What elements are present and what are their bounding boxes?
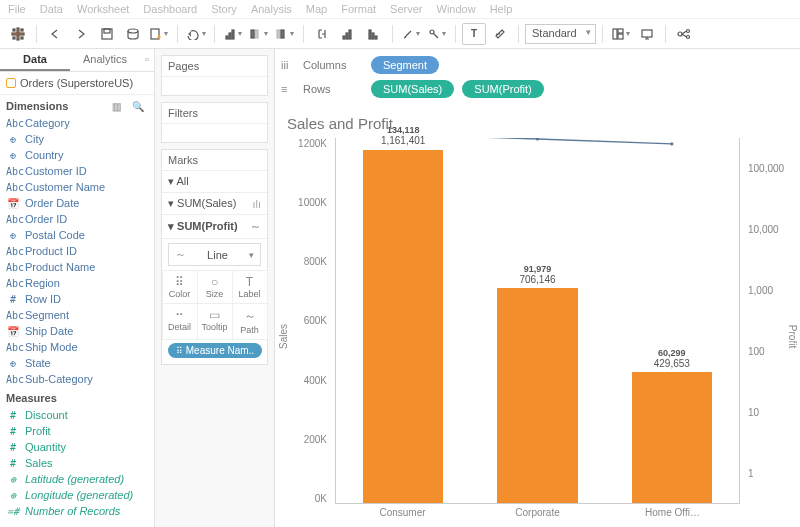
tab-data[interactable]: Data — [0, 49, 70, 71]
field-longitude-generated-[interactable]: ⊕Longitude (generated) — [0, 487, 154, 503]
menu-window[interactable]: Window — [437, 3, 476, 15]
mark-tooltip[interactable]: ▭Tooltip — [197, 303, 233, 340]
field-row-id[interactable]: #Row ID — [0, 291, 154, 307]
field-sales[interactable]: #Sales — [0, 455, 154, 471]
mark-row-sum-profit-[interactable]: ▾ SUM(Profit)～ — [162, 215, 267, 239]
svg-rect-14 — [255, 30, 258, 38]
tab-analytics[interactable]: Analytics — [70, 49, 140, 71]
pin-icon[interactable] — [425, 23, 449, 45]
mark-label[interactable]: TLabel — [232, 270, 268, 304]
columns-shelf[interactable]: iii Columns Segment — [281, 53, 794, 77]
field-product-name[interactable]: AbcProduct Name — [0, 259, 154, 275]
field-order-id[interactable]: AbcOrder ID — [0, 211, 154, 227]
mark-row-sum-sales-[interactable]: ▾ SUM(Sales)ılı — [162, 193, 267, 215]
label-icon[interactable]: T — [462, 23, 486, 45]
field-product-id[interactable]: AbcProduct ID — [0, 243, 154, 259]
swap-icon[interactable] — [221, 23, 245, 45]
group-icon[interactable] — [310, 23, 334, 45]
dim-header-icons[interactable]: ▥ 🔍 — [112, 101, 148, 112]
field-latitude-generated-[interactable]: ⊕Latitude (generated) — [0, 471, 154, 487]
forward-icon[interactable] — [69, 23, 93, 45]
field-city[interactable]: ⊕City — [0, 131, 154, 147]
svg-rect-11 — [229, 33, 231, 39]
menu-worksheet[interactable]: Worksheet — [77, 3, 129, 15]
profit-line — [336, 138, 739, 272]
sort-asc-icon[interactable] — [247, 23, 271, 45]
presentation-icon[interactable] — [635, 23, 659, 45]
mark-size[interactable]: ○Size — [197, 270, 233, 304]
undo-icon[interactable] — [184, 23, 208, 45]
menu-dashboard[interactable]: Dashboard — [143, 3, 197, 15]
field-discount[interactable]: #Discount — [0, 407, 154, 423]
fix-axes-icon[interactable] — [488, 23, 512, 45]
mark-row-all[interactable]: ▾ All — [162, 171, 267, 193]
filters-header: Filters — [162, 103, 267, 124]
field-segment[interactable]: AbcSegment — [0, 307, 154, 323]
field-profit[interactable]: #Profit — [0, 423, 154, 439]
chart-plot[interactable]: Sales Profit 1200K1000K800K600K400K200K0… — [285, 138, 790, 524]
menu-analysis[interactable]: Analysis — [251, 3, 292, 15]
sort-bars-desc-icon[interactable] — [362, 23, 386, 45]
cards-icon[interactable] — [609, 23, 633, 45]
new-sheet-icon[interactable] — [147, 23, 171, 45]
menu-format[interactable]: Format — [341, 3, 376, 15]
rows-shelf[interactable]: ≡ Rows SUM(Sales) SUM(Profit) — [281, 77, 794, 101]
svg-point-29 — [686, 29, 689, 32]
menu-data[interactable]: Data — [40, 3, 63, 15]
field-state[interactable]: ⊕State — [0, 355, 154, 371]
field-postal-code[interactable]: ⊕Postal Code — [0, 227, 154, 243]
mark-color[interactable]: ⠿Color — [162, 270, 198, 304]
filters-card[interactable]: Filters — [161, 102, 268, 143]
mark-path[interactable]: ～Path — [232, 303, 268, 340]
menu-map[interactable]: Map — [306, 3, 327, 15]
svg-rect-17 — [343, 36, 345, 39]
mark-detail[interactable]: ⠒Detail — [162, 303, 198, 340]
svg-point-30 — [686, 35, 689, 38]
sort-bars-asc-icon[interactable] — [336, 23, 360, 45]
field-region[interactable]: AbcRegion — [0, 275, 154, 291]
save-icon[interactable] — [95, 23, 119, 45]
datasource-row[interactable]: Orders (SuperstoreUS) — [0, 72, 154, 95]
svg-rect-22 — [375, 36, 377, 39]
field-category[interactable]: AbcCategory — [0, 115, 154, 131]
field-country[interactable]: ⊕Country — [0, 147, 154, 163]
svg-rect-5 — [21, 37, 23, 39]
menu-file[interactable]: File — [8, 3, 26, 15]
svg-rect-25 — [618, 29, 623, 33]
marks-header: Marks — [162, 150, 267, 171]
rows-icon: ≡ — [281, 83, 295, 95]
sort-desc-icon[interactable] — [273, 23, 297, 45]
field-sub-category[interactable]: AbcSub-Category — [0, 371, 154, 387]
field-number-of-records[interactable]: =#Number of Records — [0, 503, 154, 519]
field-customer-name[interactable]: AbcCustomer Name — [0, 179, 154, 195]
pages-header: Pages — [162, 56, 267, 77]
field-customer-id[interactable]: AbcCustomer ID — [0, 163, 154, 179]
field-order-date[interactable]: 📅Order Date — [0, 195, 154, 211]
menu-server[interactable]: Server — [390, 3, 422, 15]
svg-rect-12 — [232, 30, 234, 39]
svg-point-8 — [128, 29, 138, 33]
pill-sum-profit[interactable]: SUM(Profit) — [462, 80, 543, 98]
svg-rect-7 — [104, 29, 110, 33]
svg-rect-21 — [372, 33, 374, 39]
measure-names-pill[interactable]: ⠿ Measure Nam.. — [168, 343, 262, 358]
menu-help[interactable]: Help — [490, 3, 513, 15]
fit-select[interactable]: Standard — [525, 24, 596, 44]
field-quantity[interactable]: #Quantity — [0, 439, 154, 455]
back-icon[interactable] — [43, 23, 67, 45]
showme-icon[interactable] — [672, 23, 696, 45]
rows-label: Rows — [303, 83, 363, 95]
logo-icon[interactable] — [6, 23, 30, 45]
new-datasource-icon[interactable] — [121, 23, 145, 45]
pill-segment[interactable]: Segment — [371, 56, 439, 74]
pill-sum-sales[interactable]: SUM(Sales) — [371, 80, 454, 98]
data-pane: Data Analytics ▫ Orders (SuperstoreUS) D… — [0, 49, 155, 527]
field-ship-mode[interactable]: AbcShip Mode — [0, 339, 154, 355]
columns-icon: iii — [281, 59, 295, 71]
mark-type-select[interactable]: ～ Line ▾ — [168, 243, 261, 266]
pages-card[interactable]: Pages — [161, 55, 268, 96]
highlight-icon[interactable] — [399, 23, 423, 45]
menu-story[interactable]: Story — [211, 3, 237, 15]
field-ship-date[interactable]: 📅Ship Date — [0, 323, 154, 339]
panel-menu-icon[interactable]: ▫ — [140, 49, 154, 71]
